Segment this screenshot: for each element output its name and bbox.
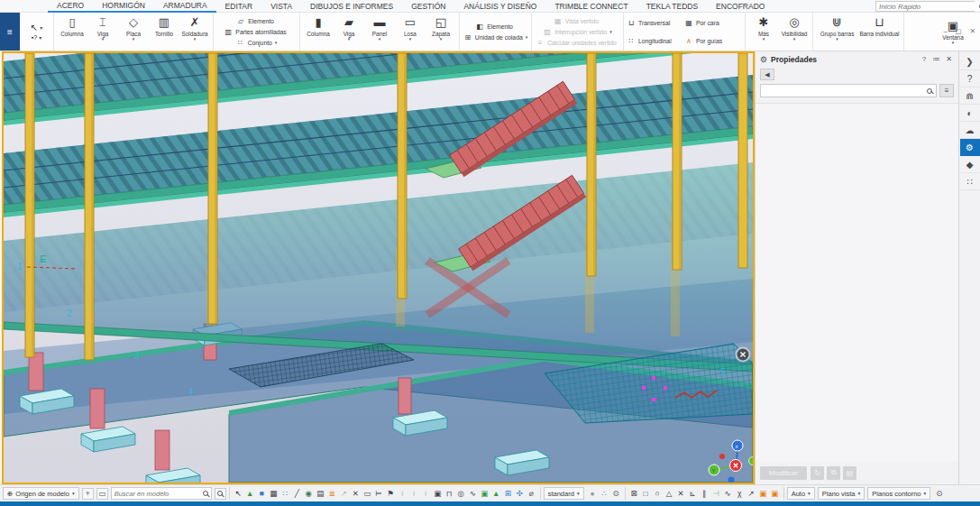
concrete-panel-button[interactable]: ▬Panel▾ (364, 14, 395, 51)
select-rebar-set-icon[interactable]: ⊓ (444, 488, 455, 500)
tab-analisis-y-diseno[interactable]: ANÁLISIS Y DISEÑO (454, 2, 545, 11)
select-welds-icon[interactable]: ↗ (338, 488, 350, 500)
components-icon[interactable]: ◆ (960, 156, 980, 173)
properties-paste-button[interactable]: ▤ (843, 466, 856, 480)
properties-search-input[interactable] (765, 86, 923, 96)
snap-node-icon[interactable]: ● (587, 488, 599, 500)
properties-close-icon[interactable]: ✕ (944, 55, 954, 63)
properties-back-button[interactable]: ◀ (760, 69, 774, 80)
search-options-button[interactable] (215, 488, 226, 500)
model-view-canvas[interactable]: E 1 2 3 4 5 Y z (2, 51, 755, 484)
applications-icon[interactable]: ∷ (960, 173, 980, 190)
tekla-campus-icon[interactable]: ⋒ (960, 87, 980, 105)
select-tool-button[interactable]: ↖▾ (31, 23, 42, 32)
quick-launch-input[interactable] (879, 2, 979, 11)
select-pour-objects-icon[interactable]: ⊞ (502, 488, 514, 500)
snap-depth-icon[interactable]: ▣ (769, 488, 781, 500)
snap-free-icon[interactable]: ↗ (746, 488, 757, 500)
snap-nearest-icon[interactable]: ∿ (722, 488, 734, 500)
snap-parallel-icon[interactable]: ∥ (699, 488, 710, 500)
select-components-icon[interactable]: ▲ (244, 488, 256, 500)
steel-beam-button[interactable]: ⌶Viga▾ (87, 14, 118, 51)
model-origin-dropdown[interactable]: ⊕ Origen de modelo ▾ (3, 487, 79, 500)
tab-armadura[interactable]: ARMADURA (154, 1, 216, 10)
calculate-pour-units-button[interactable]: ≡Calcular unidades vertido (536, 38, 619, 48)
concrete-slab-button[interactable]: ▭Losa▾ (395, 14, 426, 51)
properties-list-button[interactable]: ≡ (939, 84, 954, 97)
panel-collapse-icon[interactable]: ❯ (960, 53, 980, 70)
selection-mode-button[interactable]: ▪?▾ (32, 34, 41, 41)
concrete-item-button[interactable]: ◧Elemento (475, 22, 516, 32)
cast-unit-button[interactable]: ⊞Unidad de colada▾ (463, 32, 527, 42)
select-cuts-icon[interactable]: ✕ (350, 488, 362, 500)
pour-break-button[interactable]: ▨Interrupción vertido▾ (543, 27, 612, 37)
tab-vista[interactable]: VISTA (261, 2, 301, 11)
select-fittings-icon[interactable]: ⊨ (373, 488, 385, 500)
restore-button[interactable]: ▢ (956, 27, 962, 35)
bar-group-button[interactable]: ⋓Grupo barras▾ (816, 14, 858, 51)
tab-gestion[interactable]: GESTIÓN (402, 2, 454, 11)
add-origin-button[interactable]: + (82, 488, 94, 500)
properties-panel-icon[interactable]: ⚙ (960, 139, 980, 156)
help-icon[interactable]: ? (960, 70, 980, 87)
snap-reference-points-icon[interactable]: ⊠ (628, 488, 640, 500)
rebar-por-cara-button[interactable]: ▦Por cara (684, 18, 742, 28)
select-planes-icon[interactable]: ∿ (467, 488, 479, 500)
select-cursor-icon[interactable]: ↖ (233, 488, 244, 500)
file-menu-button[interactable]: ≡ (0, 13, 20, 51)
view-plane-dropdown[interactable]: Plano vista ▾ (818, 487, 865, 500)
model-search-input[interactable] (114, 489, 200, 498)
modify-button[interactable]: Modificar (760, 466, 807, 480)
select-parts-icon[interactable]: ■ (256, 488, 268, 500)
tab-encofrado[interactable]: ENCOFRADO (707, 2, 774, 11)
select-rebar-group-icon[interactable]: ▣ (432, 488, 444, 500)
outline-planes-dropdown[interactable]: Planos contorno ▾ (867, 487, 930, 500)
snap-visible-icon[interactable]: ⊙ (610, 488, 622, 500)
tekla-cloud-icon[interactable]: ☁ (960, 122, 980, 139)
steel-plate-button[interactable]: ◇Placa▾ (118, 14, 149, 51)
minimize-button[interactable]: – (943, 27, 947, 35)
tab-acero[interactable]: ACERO (48, 1, 93, 10)
properties-pin-button[interactable]: ↻ (811, 466, 824, 480)
select-views-icon[interactable]: ▭ (362, 488, 373, 500)
concrete-beam-button[interactable]: ▰Viga▾ (334, 14, 364, 51)
snap-center-icon[interactable]: ○ (652, 488, 664, 500)
select-loads-icon[interactable]: ◎ (455, 488, 467, 500)
snap-perpendicular-icon[interactable]: ⊾ (687, 488, 699, 500)
snap-relative-icon[interactable]: χ (734, 488, 746, 500)
rebar-transversal-button[interactable]: ⊔Transversal (627, 18, 684, 28)
select-holes-icon[interactable]: ≀ (408, 488, 420, 500)
tab-dibujos-e-informes[interactable]: DIBUJOS E INFORMES (301, 2, 402, 11)
steel-item-button[interactable]: ▱Elemento (236, 16, 277, 26)
snap-extension-icon[interactable]: ⊣ (710, 488, 722, 500)
bolted-parts-button[interactable]: ▥Partes atornilladas (224, 27, 289, 37)
steel-column-button[interactable]: ▯Columna (57, 14, 87, 51)
select-bolts-icon[interactable]: ≀ (397, 488, 408, 500)
select-lines-icon[interactable]: ╱ (291, 488, 303, 500)
rebar-more-button[interactable]: ✱Más▾ (748, 14, 779, 51)
properties-list-icon[interactable]: ≔ (930, 55, 941, 63)
select-points-icon[interactable]: ∷ (279, 488, 291, 500)
eye-icon[interactable]: ⊙ (933, 488, 945, 500)
tab-trimble-connect[interactable]: TRIMBLE CONNECT (545, 2, 637, 11)
properties-copy-button[interactable]: ⧉ (827, 466, 840, 480)
select-surfaces-icon[interactable]: ▦ (268, 488, 279, 500)
concrete-column-button[interactable]: ▮Columna (303, 14, 334, 51)
concrete-footing-button[interactable]: ◱Zapata▾ (426, 14, 456, 51)
snap-plane-icon[interactable]: ▣ (757, 488, 769, 500)
steel-weld-button[interactable]: ✗Soldadura▾ (179, 14, 210, 51)
tab-editar[interactable]: EDITAR (216, 2, 262, 11)
rebar-longitudinal-button[interactable]: ∷Longitudinal (627, 36, 684, 46)
close-button[interactable]: ✕ (970, 27, 975, 35)
tab-tekla-tedds[interactable]: TEKLA TEDDS (637, 2, 707, 11)
select-marks-icon[interactable]: ⚑ (385, 488, 397, 500)
rebar-por-guias-button[interactable]: ∧Por guías (684, 36, 742, 46)
properties-help-icon[interactable]: ? (920, 55, 928, 63)
tekla-online-icon[interactable]: ◐ (960, 105, 980, 122)
rebar-visibility-button[interactable]: ◎Visibilidad▾ (779, 14, 810, 51)
select-cast-units-icon[interactable]: ▲ (490, 488, 502, 500)
snap-midpoint-icon[interactable]: △ (664, 488, 675, 500)
single-bar-button[interactable]: ⊔Barra individual (858, 14, 901, 51)
pour-view-button[interactable]: ▦Vista vertido (554, 16, 601, 26)
select-filter-zoom-icon[interactable]: ⌀ (526, 488, 537, 500)
